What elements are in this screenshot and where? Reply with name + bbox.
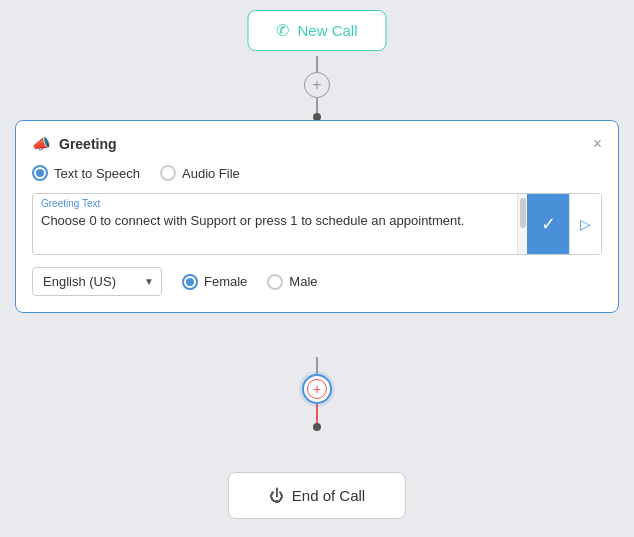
new-call-node[interactable]: ✆ New Call	[247, 10, 386, 51]
add-icon-bottom: +	[313, 381, 321, 397]
greeting-card: 📣 Greeting × Text to Speech Audio File G…	[15, 120, 619, 313]
radio-female-circle	[182, 274, 198, 290]
end-of-call-node[interactable]: ⏻ End of Call	[228, 472, 406, 519]
check-icon: ✓	[541, 213, 556, 235]
greeting-header: 📣 Greeting ×	[32, 135, 602, 153]
phone-icon: ✆	[276, 21, 289, 40]
greeting-title-area: 📣 Greeting	[32, 135, 117, 153]
radio-option-audio[interactable]: Audio File	[160, 165, 240, 181]
radio-option-tts[interactable]: Text to Speech	[32, 165, 140, 181]
add-node-button-bottom[interactable]: +	[302, 374, 332, 404]
power-icon: ⏻	[269, 487, 284, 504]
new-call-label: New Call	[297, 22, 357, 39]
radio-row: Text to Speech Audio File	[32, 165, 602, 181]
radio-audio-label: Audio File	[182, 166, 240, 181]
scrollbar-thumb	[520, 198, 526, 228]
greeting-close-button[interactable]: ×	[593, 136, 602, 152]
text-input-wrapper: Greeting Text Choose 0 to connect with S…	[33, 194, 517, 254]
lang-gender-row: English (US) English (UK) Spanish French…	[32, 267, 602, 296]
radio-audio-circle	[160, 165, 176, 181]
add-node-button-top[interactable]: +	[304, 72, 330, 98]
add-icon-top: +	[312, 76, 321, 94]
plus-inner-circle: +	[307, 379, 327, 399]
radio-tts-label: Text to Speech	[54, 166, 140, 181]
text-input-label: Greeting Text	[41, 198, 100, 209]
confirm-button[interactable]: ✓	[527, 194, 569, 254]
play-button[interactable]: ▷	[569, 194, 601, 254]
text-input-row: Greeting Text Choose 0 to connect with S…	[32, 193, 602, 255]
radio-option-male[interactable]: Male	[267, 274, 317, 290]
greeting-card-icon: 📣	[32, 135, 51, 153]
radio-male-label: Male	[289, 274, 317, 289]
connector-dot-bottom	[313, 423, 321, 431]
end-of-call-label: End of Call	[292, 487, 365, 504]
radio-tts-circle	[32, 165, 48, 181]
radio-option-female[interactable]: Female	[182, 274, 247, 290]
radio-female-label: Female	[204, 274, 247, 289]
radio-male-circle	[267, 274, 283, 290]
language-select-wrapper: English (US) English (UK) Spanish French…	[32, 267, 162, 296]
scrollbar-area	[517, 194, 527, 254]
canvas: ✆ New Call + 📣 Greeting × Text to Speech	[0, 0, 634, 537]
greeting-text-input[interactable]: Choose 0 to connect with Support or pres…	[33, 194, 517, 254]
play-icon: ▷	[580, 216, 591, 232]
greeting-card-title: Greeting	[59, 136, 117, 152]
language-select[interactable]: English (US) English (UK) Spanish French…	[32, 267, 162, 296]
